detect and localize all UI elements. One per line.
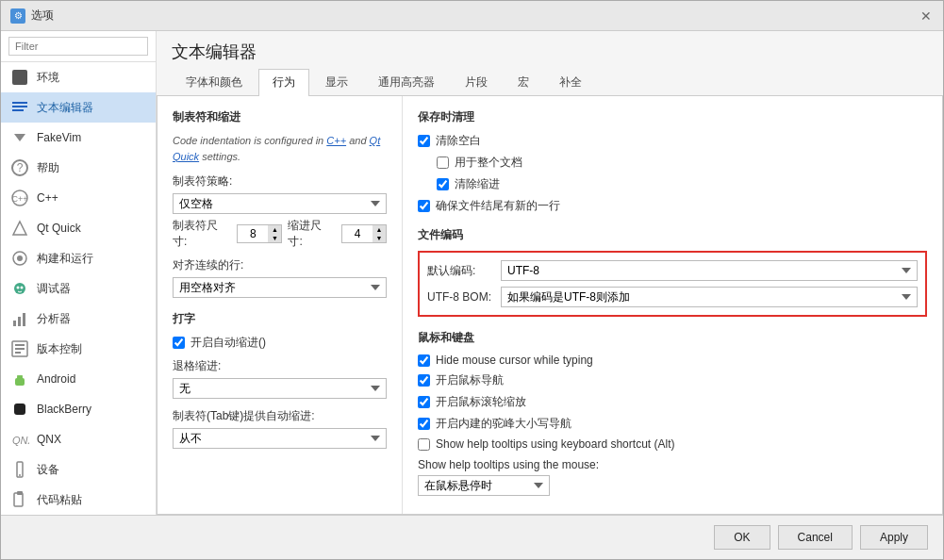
sidebar-item-label: FakeVim — [37, 131, 81, 144]
mouse-keyboard-section: 鼠标和键盘 Hide mouse cursor while typing 开启鼠… — [418, 330, 927, 496]
entire-doc-label: 用于整个文档 — [455, 155, 522, 171]
camel-case-checkbox[interactable] — [418, 418, 430, 430]
sidebar-item-cpp[interactable]: C++ C++ — [1, 183, 156, 213]
app-icon: ⚙ — [10, 8, 25, 24]
sidebar-item-label: 调试器 — [37, 281, 71, 297]
sidebar-item-text-editor[interactable]: 文本编辑器 — [1, 92, 156, 123]
camel-case-label: 开启内建的驼峰大小写导航 — [436, 416, 571, 432]
align-continuation-dropdown[interactable]: 用空格对齐 不对齐 — [173, 277, 387, 298]
hide-cursor-label: Hide mouse cursor while typing — [436, 354, 593, 367]
tab-size-down[interactable]: ▼ — [268, 234, 281, 242]
backspace-dropdown[interactable]: 无 有 — [173, 378, 387, 399]
tab-font-color[interactable]: 字体和颜色 — [172, 69, 257, 95]
tab-size-input[interactable] — [238, 225, 268, 242]
hide-cursor-checkbox[interactable] — [418, 354, 430, 367]
sidebar-item-label: QNX — [37, 433, 61, 446]
ok-button[interactable]: OK — [714, 525, 770, 550]
tab-display[interactable]: 显示 — [311, 69, 362, 95]
sidebar-item-blackberry[interactable]: BlackBerry — [1, 394, 156, 424]
title-bar: ⚙ 选项 ✕ — [1, 1, 943, 31]
sidebar-item-device[interactable]: 设备 — [1, 454, 156, 485]
help-mouse-dropdown[interactable]: 在鼠标悬停时 从不 总是 — [418, 475, 550, 496]
sidebar-item-android[interactable]: Android — [1, 364, 156, 394]
utf8-bom-dropdown[interactable]: 如果编码是UTF-8则添加 总是 从不 — [501, 287, 918, 307]
sidebar-item-fakevim[interactable]: FakeVim — [1, 123, 156, 153]
sidebar-item-environment[interactable]: 环境 — [1, 62, 156, 92]
svg-text:QNX: QNX — [12, 435, 29, 446]
tab-size-up[interactable]: ▲ — [268, 225, 281, 234]
tabs: 字体和颜色 行为 显示 通用高亮器 片段 宏 补全 — [157, 69, 943, 96]
apply-button[interactable]: Apply — [860, 525, 928, 550]
auto-indent-row: 开启自动缩进() — [173, 335, 387, 351]
sidebar-item-qt-quick[interactable]: Qt Quick — [1, 213, 156, 243]
file-encoding-title: 文件编码 — [418, 227, 927, 243]
sidebar-item-version-control[interactable]: 版本控制 — [1, 334, 156, 364]
sidebar-item-label: 构建和运行 — [37, 251, 93, 267]
sidebar-item-build-run[interactable]: 构建和运行 — [1, 243, 156, 273]
svg-rect-19 — [15, 344, 25, 346]
debugger-icon — [10, 279, 29, 298]
close-button[interactable]: ✕ — [919, 8, 934, 24]
camel-case-row: 开启内建的驼峰大小写导航 — [418, 416, 927, 432]
cancel-button[interactable]: Cancel — [778, 525, 853, 550]
filter-input[interactable] — [8, 37, 148, 56]
sidebar-item-qnx[interactable]: QNX QNX — [1, 424, 156, 454]
svg-point-13 — [17, 287, 20, 289]
file-encoding-section: 文件编码 默认编码: UTF-8 UTF-16 Latin-1 GBK — [418, 227, 927, 317]
svg-text:?: ? — [17, 161, 24, 174]
auto-indent-checkbox[interactable] — [173, 337, 185, 349]
scroll-zoom-checkbox[interactable] — [418, 396, 430, 408]
tab-behavior[interactable]: 行为 — [258, 69, 309, 96]
ensure-newline-checkbox[interactable] — [418, 200, 430, 212]
indent-size-down[interactable]: ▼ — [373, 234, 386, 242]
tab-snippets[interactable]: 片段 — [451, 69, 502, 95]
build-run-icon — [10, 249, 29, 268]
indentation-note: Code indentation is configured in C++ an… — [173, 133, 387, 164]
scroll-zoom-label: 开启鼠标滚轮缩放 — [436, 394, 526, 410]
version-control-icon — [10, 339, 29, 358]
sidebar-item-label: 文本编辑器 — [37, 100, 93, 116]
clean-indentation-row: 清除缩进 — [437, 176, 927, 192]
svg-rect-22 — [15, 378, 25, 386]
tab-policy-dropdown[interactable]: 仅空格 仅制表符 混合 — [173, 193, 387, 214]
help-keyboard-checkbox[interactable] — [418, 438, 430, 451]
mouse-navigation-checkbox[interactable] — [418, 374, 430, 387]
indent-size-up[interactable]: ▲ — [373, 225, 386, 234]
tab-completion[interactable]: 补全 — [545, 69, 596, 95]
tab-general-highlighter[interactable]: 通用高亮器 — [364, 69, 449, 95]
indent-size-label: 缩进尺寸: — [288, 218, 336, 250]
indent-size-spinbox: ▲ ▼ — [341, 224, 387, 243]
svg-rect-15 — [13, 321, 16, 326]
note-and: and — [349, 135, 366, 146]
cpp-icon: C++ — [10, 189, 29, 207]
options-window: ⚙ 选项 ✕ 环境 文本编辑器 — [0, 0, 944, 560]
cpp-link[interactable]: C++ — [326, 135, 346, 146]
svg-rect-25 — [14, 404, 25, 415]
scroll-zoom-row: 开启鼠标滚轮缩放 — [418, 394, 927, 410]
sidebar-item-code-paste[interactable]: 代码粘贴 — [1, 485, 156, 515]
right-panel: 保存时清理 清除空白 用于整个文档 清除缩进 — [403, 96, 942, 514]
indent-size-input[interactable] — [342, 225, 373, 242]
sidebar-item-debugger[interactable]: 调试器 — [1, 273, 156, 304]
window-title: 选项 — [31, 8, 54, 24]
sidebar-item-help[interactable]: ? 帮助 — [1, 153, 156, 183]
android-icon — [10, 370, 29, 388]
clean-indentation-checkbox[interactable] — [437, 178, 449, 190]
hide-cursor-row: Hide mouse cursor while typing — [418, 354, 927, 367]
sidebar-item-label: Qt Quick — [37, 222, 81, 235]
sidebar-item-analyzer[interactable]: 分析器 — [1, 304, 156, 334]
tab-key-dropdown[interactable]: 从不 总是 — [173, 428, 387, 449]
entire-doc-checkbox[interactable] — [437, 156, 449, 169]
sidebar-list: 环境 文本编辑器 FakeVim ? — [1, 62, 156, 515]
align-continuation-label: 对齐连续的行: — [173, 257, 387, 273]
entire-doc-row: 用于整个文档 — [437, 155, 927, 171]
default-encoding-label: 默认编码: — [427, 263, 493, 279]
note-text1: Code indentation is configured in — [173, 135, 323, 146]
tab-macro[interactable]: 宏 — [504, 69, 543, 95]
mouse-navigation-row: 开启鼠标导航 — [418, 372, 927, 388]
default-encoding-dropdown[interactable]: UTF-8 UTF-16 Latin-1 GBK — [501, 260, 918, 281]
left-panel: 制表符和缩进 Code indentation is configured in… — [157, 96, 403, 514]
help-keyboard-label: Show help tooltips using keyboard shortc… — [436, 437, 674, 451]
strip-whitespace-checkbox[interactable] — [418, 135, 430, 147]
sidebar-item-label: 版本控制 — [37, 341, 82, 357]
